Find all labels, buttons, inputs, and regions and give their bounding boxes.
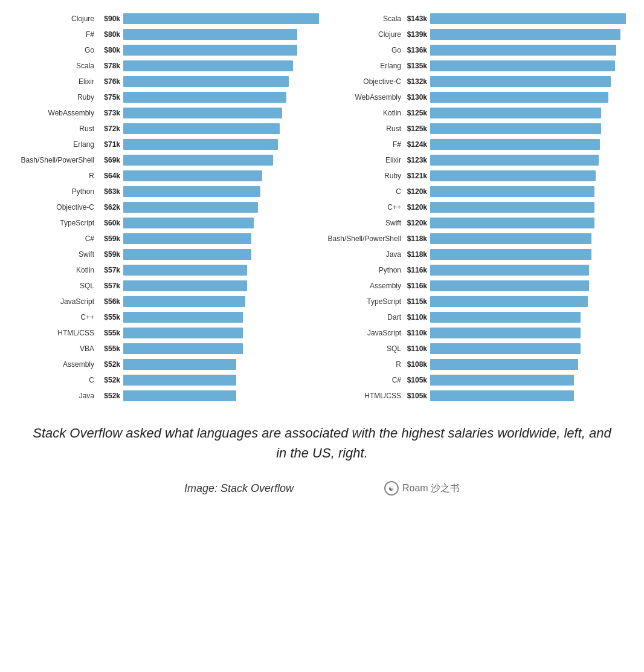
- lang-label: Go: [18, 46, 97, 54]
- bar-row: Python$116k: [325, 263, 626, 277]
- lang-label: WebAssembly: [18, 109, 97, 117]
- bar-fill: [123, 92, 286, 103]
- bar-row: Python$63k: [18, 185, 319, 198]
- bar-row: SQL$57k: [18, 279, 319, 292]
- lang-label: Java: [18, 392, 97, 400]
- image-credit-text: Image: Stack Overflow: [184, 482, 294, 495]
- salary-label: $108k: [404, 360, 430, 369]
- bar-track: [430, 265, 626, 276]
- bar-fill: [123, 328, 243, 338]
- salary-label: $139k: [404, 30, 430, 39]
- bar-track: [123, 265, 319, 276]
- bar-row: HTML/CSS$55k: [18, 326, 319, 340]
- bar-row: C#$105k: [325, 373, 626, 387]
- salary-label: $115k: [404, 297, 430, 306]
- bar-row: Dart$110k: [325, 311, 626, 324]
- bar-track: [430, 29, 626, 40]
- salary-label: $55k: [97, 313, 123, 321]
- bar-track: [430, 390, 626, 401]
- bar-track: [430, 76, 626, 87]
- caption: Stack Overflow asked what languages are …: [18, 423, 626, 463]
- bar-fill: [430, 92, 608, 103]
- salary-label: $90k: [97, 15, 123, 23]
- salary-label: $116k: [404, 282, 430, 290]
- bar-row: C++$120k: [325, 201, 626, 214]
- bar-track: [430, 280, 626, 291]
- bar-row: Clojure$90k: [18, 12, 319, 25]
- bar-fill: [430, 296, 588, 307]
- salary-label: $105k: [404, 376, 430, 384]
- bar-track: [430, 375, 626, 386]
- lang-label: JavaScript: [325, 329, 404, 337]
- bar-fill: [123, 60, 293, 71]
- salary-label: $116k: [404, 266, 430, 274]
- bar-row: Rust$72k: [18, 122, 319, 135]
- bar-row: HTML/CSS$105k: [325, 389, 626, 402]
- bar-track: [123, 13, 319, 24]
- salary-label: $105k: [404, 392, 430, 400]
- lang-label: Rust: [18, 124, 97, 133]
- salary-label: $123k: [404, 156, 430, 164]
- salary-label: $125k: [404, 109, 430, 117]
- bar-fill: [123, 375, 236, 386]
- bar-fill: [123, 139, 278, 150]
- bar-track: [123, 170, 319, 181]
- salary-label: $60k: [97, 219, 123, 227]
- salary-label: $130k: [404, 93, 430, 102]
- roam-label: Roam 沙之书: [402, 482, 460, 495]
- bar-fill: [123, 155, 273, 166]
- bar-fill: [430, 343, 581, 354]
- salary-label: $52k: [97, 392, 123, 400]
- lang-label: Clojure: [18, 15, 97, 23]
- bar-track: [430, 155, 626, 166]
- bar-fill: [123, 123, 280, 134]
- bar-track: [123, 202, 319, 213]
- salary-label: $55k: [97, 344, 123, 353]
- bar-row: Swift$120k: [325, 216, 626, 230]
- lang-label: JavaScript: [18, 297, 97, 306]
- bar-row: JavaScript$110k: [325, 326, 626, 340]
- bar-track: [430, 123, 626, 134]
- salary-label: $125k: [404, 124, 430, 133]
- lang-label: F#: [18, 30, 97, 39]
- lang-label: C++: [325, 203, 404, 212]
- bar-fill: [430, 108, 601, 118]
- bar-track: [123, 359, 319, 370]
- salary-label: $80k: [97, 30, 123, 39]
- bar-fill: [430, 390, 574, 401]
- lang-label: WebAssembly: [325, 93, 404, 102]
- bar-track: [430, 186, 626, 197]
- bar-fill: [123, 186, 260, 197]
- bar-fill: [123, 390, 236, 401]
- lang-label: Python: [18, 187, 97, 196]
- bar-track: [430, 45, 626, 56]
- lang-label: Elixir: [325, 156, 404, 164]
- salary-label: $143k: [404, 15, 430, 23]
- bar-track: [123, 296, 319, 307]
- bar-row: WebAssembly$130k: [325, 91, 626, 104]
- bar-track: [123, 60, 319, 71]
- lang-label: HTML/CSS: [18, 329, 97, 337]
- bar-row: Ruby$75k: [18, 91, 319, 104]
- bar-fill: [430, 155, 599, 166]
- bar-row: Objective-C$132k: [325, 75, 626, 88]
- bar-track: [123, 343, 319, 354]
- bar-row: Clojure$139k: [325, 28, 626, 41]
- lang-label: Swift: [18, 250, 97, 259]
- lang-label: Bash/Shell/PowerShell: [325, 234, 404, 243]
- bar-row: Elixir$123k: [325, 153, 626, 167]
- bar-track: [123, 375, 319, 386]
- bar-row: Bash/Shell/PowerShell$118k: [325, 232, 626, 245]
- bar-track: [123, 390, 319, 401]
- bar-row: C$120k: [325, 185, 626, 198]
- bar-row: Scala$78k: [18, 59, 319, 73]
- bar-track: [430, 296, 626, 307]
- bar-fill: [123, 296, 245, 307]
- bar-track: [123, 139, 319, 150]
- bar-fill: [123, 29, 297, 40]
- bar-track: [430, 343, 626, 354]
- salary-label: $72k: [97, 124, 123, 133]
- bar-row: Ruby$121k: [325, 169, 626, 183]
- bar-track: [430, 92, 626, 103]
- bar-row: C#$59k: [18, 232, 319, 245]
